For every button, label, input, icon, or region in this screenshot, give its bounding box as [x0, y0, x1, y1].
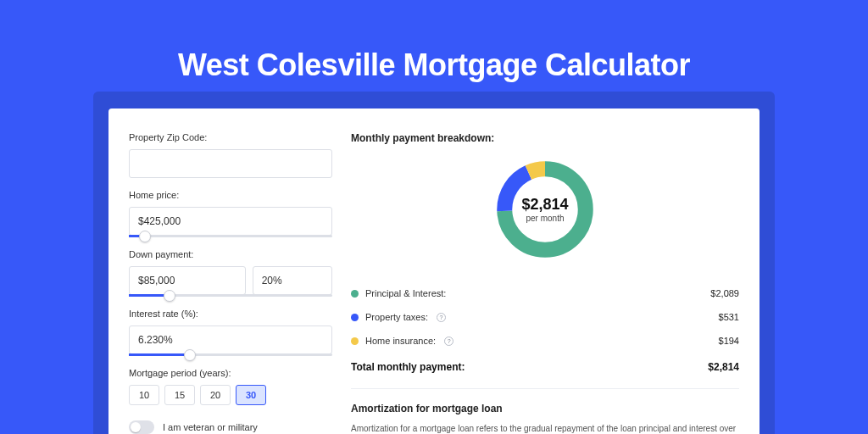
period-options: 10152030 [129, 385, 332, 405]
period-option-20[interactable]: 20 [200, 385, 231, 405]
donut-chart-wrap: $2,814 per month [351, 156, 739, 263]
legend-dot [351, 314, 359, 321]
interest-rate-slider[interactable] [129, 353, 332, 356]
home-price-label: Home price: [129, 190, 332, 200]
legend-value: $194 [719, 336, 739, 346]
legend-label: Property taxes: [365, 312, 428, 322]
donut-chart: $2,814 per month [492, 156, 598, 263]
slider-thumb[interactable] [139, 231, 151, 242]
legend-row: Principal & Interest:$2,089 [351, 281, 739, 305]
veteran-toggle-row: I am veteran or military [129, 420, 332, 434]
interest-rate-label: Interest rate (%): [129, 309, 332, 319]
breakdown-column: Monthly payment breakdown: $2,814 per mo… [351, 132, 739, 434]
amortization-title: Amortization for mortgage loan [351, 403, 739, 415]
interest-rate-input[interactable] [129, 326, 332, 354]
help-icon[interactable]: ? [444, 337, 453, 346]
donut-center: $2,814 per month [492, 156, 598, 263]
donut-sublabel: per month [526, 214, 564, 223]
zip-input[interactable] [129, 149, 332, 178]
total-value: $2,814 [708, 361, 739, 373]
home-price-slider[interactable] [129, 235, 332, 237]
home-price-input[interactable] [129, 207, 332, 236]
down-payment-field: Down payment: [129, 249, 332, 297]
page-title: West Colesville Mortgage Calculator [0, 0, 868, 83]
legend-label: Principal & Interest: [365, 288, 446, 298]
help-icon[interactable]: ? [437, 313, 446, 322]
zip-label: Property Zip Code: [129, 132, 332, 142]
veteran-label: I am veteran or military [163, 422, 258, 432]
home-price-field: Home price: [129, 190, 332, 237]
legend-dot [351, 337, 359, 345]
total-row: Total monthly payment: $2,814 [351, 353, 739, 385]
legend-value: $531 [719, 312, 739, 322]
total-label: Total monthly payment: [351, 361, 465, 373]
breakdown-title: Monthly payment breakdown: [351, 132, 739, 144]
down-payment-percent-input[interactable] [253, 266, 332, 295]
legend-value: $2,089 [710, 288, 739, 298]
calculator-card: Property Zip Code: Home price: Down paym… [108, 108, 760, 434]
down-payment-amount-input[interactable] [129, 266, 246, 295]
inputs-column: Property Zip Code: Home price: Down paym… [129, 132, 332, 434]
donut-amount: $2,814 [521, 196, 568, 214]
amortization-text: Amortization for a mortgage loan refers … [351, 423, 739, 434]
breakdown-legend: Principal & Interest:$2,089Property taxe… [351, 281, 739, 353]
mortgage-period-label: Mortgage period (years): [129, 368, 332, 378]
period-option-15[interactable]: 15 [164, 385, 195, 405]
down-payment-slider[interactable] [129, 294, 332, 297]
legend-row: Home insurance:?$194 [351, 329, 739, 353]
legend-dot [351, 290, 359, 298]
period-option-10[interactable]: 10 [129, 385, 159, 405]
zip-field: Property Zip Code: [129, 132, 332, 178]
slider-thumb[interactable] [164, 290, 175, 302]
mortgage-period-field: Mortgage period (years): 10152030 [129, 368, 332, 405]
legend-label: Home insurance: [365, 336, 436, 346]
amortization-section: Amortization for mortgage loan Amortizat… [351, 388, 739, 434]
down-payment-label: Down payment: [129, 249, 332, 259]
slider-thumb[interactable] [184, 349, 196, 361]
interest-rate-field: Interest rate (%): [129, 309, 332, 356]
legend-row: Property taxes:?$531 [351, 305, 739, 329]
period-option-30[interactable]: 30 [236, 385, 266, 405]
veteran-toggle[interactable] [129, 420, 154, 434]
